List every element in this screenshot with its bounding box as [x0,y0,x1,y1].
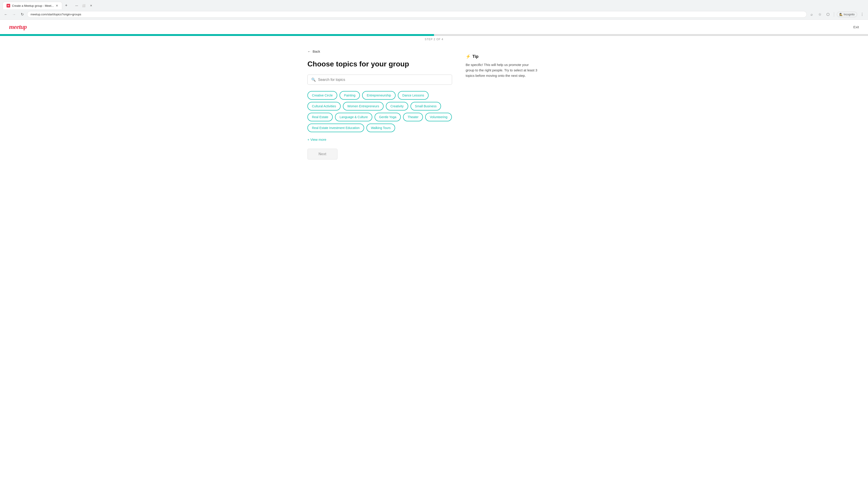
topic-tag-cultural-activities[interactable]: Cultural Activities [307,102,341,110]
topic-tag-dance-lessons[interactable]: Dance Lessons [398,91,429,100]
progress-bar-container [0,34,868,36]
tip-text: Be specific! This will help us promote y… [466,62,538,78]
topic-tag-walking-tours[interactable]: Walking Tours [366,124,395,132]
search-icon: 🔍 [311,77,316,82]
incognito-badge: 🕵 Incognito [837,12,857,17]
address-bar[interactable]: meetup.com/start/topics?origin=groups [27,11,807,18]
back-link[interactable]: ← Back [307,50,452,53]
meetup-logo[interactable]: meetup [9,23,27,31]
tip-box: ⚡ Tip Be specific! This will help us pro… [466,50,538,83]
search-toolbar-button[interactable]: ⌕ [809,11,815,18]
tip-title: Tip [472,54,478,59]
topic-tag-language-culture[interactable]: Language & Culture [335,113,372,121]
tip-header: ⚡ Tip [466,54,538,59]
topics-container: Creative CirclePaintingEntrepreneurshipD… [307,91,452,132]
exit-button[interactable]: Exit [853,25,859,29]
toolbar-right: ⌕ ☆ ⬡ 🕵 Incognito ⋮ [809,11,865,18]
incognito-label: Incognito [844,13,855,16]
tip-icon: ⚡ [466,54,471,59]
site-header: meetup Exit [0,20,868,34]
topic-tag-small-business[interactable]: Small Business [410,102,441,110]
incognito-icon: 🕵 [839,13,843,16]
search-input[interactable] [318,78,448,82]
search-bar[interactable]: 🔍 [307,74,452,85]
browser-chrome: M Create a Meetup group - Meet... ✕ + — … [0,0,868,20]
close-button[interactable]: ✕ [88,3,94,8]
topic-tag-real-estate[interactable]: Real Estate [307,113,333,121]
topic-tag-gentle-yoga[interactable]: Gentle Yoga [375,113,401,121]
browser-toolbar: ← → ↻ meetup.com/start/topics?origin=gro… [0,9,868,20]
topic-tag-real-estate-investment[interactable]: Real Estate Investment Education [307,124,364,132]
back-nav-button[interactable]: ← [3,11,9,18]
maximize-button[interactable]: ⬜ [81,3,87,8]
minimize-button[interactable]: — [74,3,79,8]
topic-tag-volunteering[interactable]: Volunteering [425,113,452,121]
topic-tag-entrepreneurship[interactable]: Entrepreneurship [362,91,395,100]
topic-tag-creative-circle[interactable]: Creative Circle [307,91,337,100]
tab-close-button[interactable]: ✕ [56,4,58,7]
tab-bar: M Create a Meetup group - Meet... ✕ + — … [0,0,868,9]
view-more-button[interactable]: + View more [307,138,327,141]
menu-button[interactable]: ⋮ [859,11,865,18]
topic-tag-theater[interactable]: Theater [403,113,423,121]
bookmark-button[interactable]: ☆ [817,11,823,18]
reload-button[interactable]: ↻ [19,11,25,18]
topic-tag-painting[interactable]: Painting [340,91,360,100]
topic-tag-creativity[interactable]: Creativity [386,102,408,110]
content-left: ← Back Choose topics for your group 🔍 Cr… [307,50,452,160]
main-content: ← Back Choose topics for your group 🔍 Cr… [298,43,569,166]
forward-nav-button[interactable]: → [11,11,17,18]
content-right: ⚡ Tip Be specific! This will help us pro… [466,50,538,160]
next-button[interactable]: Next [307,149,338,160]
progress-bar-fill [0,34,434,36]
step-indicator: STEP 2 OF 4 [0,36,868,43]
extensions-button[interactable]: ⬡ [825,11,831,18]
address-text: meetup.com/start/topics?origin=groups [31,13,81,16]
tab-title: Create a Meetup group - Meet... [12,4,54,7]
back-label: Back [313,50,320,53]
topic-tag-women-entrepreneurs[interactable]: Women Entrepreneurs [343,102,384,110]
active-tab[interactable]: M Create a Meetup group - Meet... ✕ [3,2,62,9]
tab-favicon: M [6,4,10,7]
back-arrow-icon: ← [307,50,311,53]
window-controls: — ⬜ ✕ [74,3,94,8]
next-button-wrapper: Next [307,149,452,160]
page-title: Choose topics for your group [307,60,452,68]
page: meetup Exit STEP 2 OF 4 ← Back Choose to… [0,20,868,488]
new-tab-button[interactable]: + [63,2,69,9]
